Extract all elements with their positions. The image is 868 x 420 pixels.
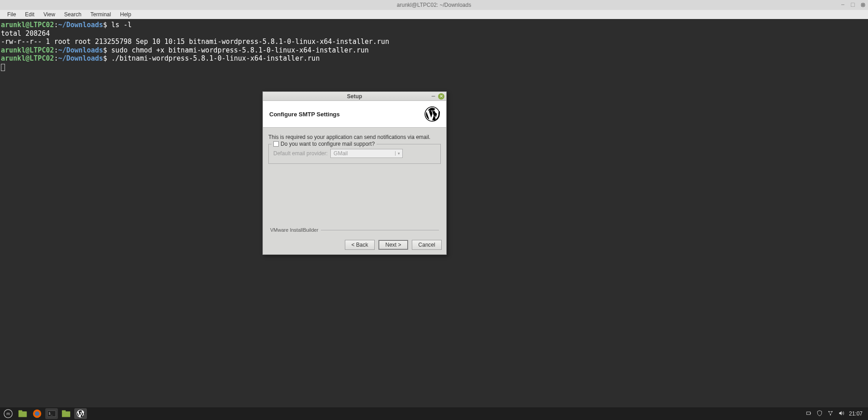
volume-icon[interactable] [838,410,844,418]
output-line: -rw-r--r-- 1 root root 213255798 Sep 10 … [1,38,389,46]
menu-search[interactable]: Search [60,10,86,19]
start-menu-icon[interactable]: m [2,408,14,419]
back-button[interactable]: < Back [345,240,375,250]
svg-point-6 [35,411,39,416]
cursor [1,64,5,71]
svg-rect-4 [19,410,22,412]
menu-help[interactable]: Help [115,10,136,19]
taskbar-right: 21:07 [806,410,866,418]
maximize-button[interactable]: □ [851,3,855,7]
setup-dialog: Setup − ✕ Configure SMTP Settings This i… [262,91,447,255]
prompt-path: ~/Downloads [58,46,103,54]
provider-row: Default email provider: GMail ▾ [273,149,436,158]
dialog-close-button[interactable]: ✕ [438,93,444,100]
shield-icon[interactable] [816,410,823,418]
dialog-body-text: This is required so your application can… [268,134,441,140]
configure-mail-checkbox[interactable] [273,141,279,147]
cancel-button[interactable]: Cancel [412,240,442,250]
prompt-path: ~/Downloads [58,54,103,62]
svg-text:m: m [6,411,10,416]
provider-label: Default email provider: [273,150,328,157]
wordpress-taskbar-icon[interactable] [74,408,87,419]
command: ls -l [111,21,132,29]
dialog-minimize-button[interactable]: − [431,95,435,98]
fieldset-legend: Do you want to configure mail support? [272,141,377,147]
output-line: total 208264 [1,29,50,38]
dialog-header: Configure SMTP Settings [263,101,446,128]
svg-rect-3 [19,411,27,417]
svg-rect-13 [810,412,811,413]
menubar: File Edit View Search Terminal Help [0,10,868,19]
next-button[interactable]: Next > [378,240,408,250]
prompt-user: arunkl@LTPC02 [1,46,54,54]
files-icon[interactable] [16,408,29,419]
command: sudo chmod +x bitnami-wordpress-5.8.1-0-… [111,46,369,54]
dialog-body: This is required so your application can… [263,128,446,236]
battery-icon[interactable] [806,410,812,418]
chevron-down-icon: ▾ [395,151,402,156]
provider-value: GMail [331,150,395,157]
firefox-icon[interactable] [31,408,43,419]
taskbar: m $_ 21:07 [0,407,868,420]
dialog-window-controls: − ✕ [431,93,444,100]
provider-select[interactable]: GMail ▾ [330,149,403,158]
menu-terminal[interactable]: Terminal [86,10,115,19]
window-title: arunkl@LTPC02: ~/Downloads [397,2,471,8]
dialog-header-title: Configure SMTP Settings [269,111,340,118]
terminal-taskbar-icon[interactable]: $_ [45,408,58,419]
svg-rect-12 [806,412,810,415]
taskbar-left: m $_ [2,408,87,419]
folder-icon[interactable] [60,408,72,419]
menu-file[interactable]: File [3,10,20,19]
command: ./bitnami-wordpress-5.8.1-0-linux-x64-in… [111,54,320,62]
window-titlebar: arunkl@LTPC02: ~/Downloads − □ ✕ [0,0,868,10]
svg-rect-9 [62,411,70,417]
menu-view[interactable]: View [39,10,60,19]
dialog-title: Setup [347,93,362,100]
dialog-footer-rule: VMware InstallBuilder [268,227,441,233]
close-button[interactable]: ✕ [861,3,865,7]
checkbox-label[interactable]: Do you want to configure mail support? [281,141,375,147]
prompt-path: ~/Downloads [58,21,103,29]
wordpress-logo-icon [424,106,440,122]
network-icon[interactable] [827,410,834,418]
dialog-buttons: < Back Next > Cancel [263,236,446,254]
svg-rect-10 [62,410,66,412]
menu-edit[interactable]: Edit [20,10,39,19]
smtp-fieldset: Do you want to configure mail support? D… [268,144,441,164]
prompt-user: arunkl@LTPC02 [1,21,54,29]
dialog-titlebar[interactable]: Setup − ✕ [263,92,446,101]
svg-text:$_: $_ [48,411,53,415]
minimize-button[interactable]: − [841,3,845,7]
clock[interactable]: 21:07 [849,410,863,417]
installer-brand: VMware InstallBuilder [270,227,318,233]
window-controls: − □ ✕ [841,3,865,7]
prompt-user: arunkl@LTPC02 [1,54,54,62]
